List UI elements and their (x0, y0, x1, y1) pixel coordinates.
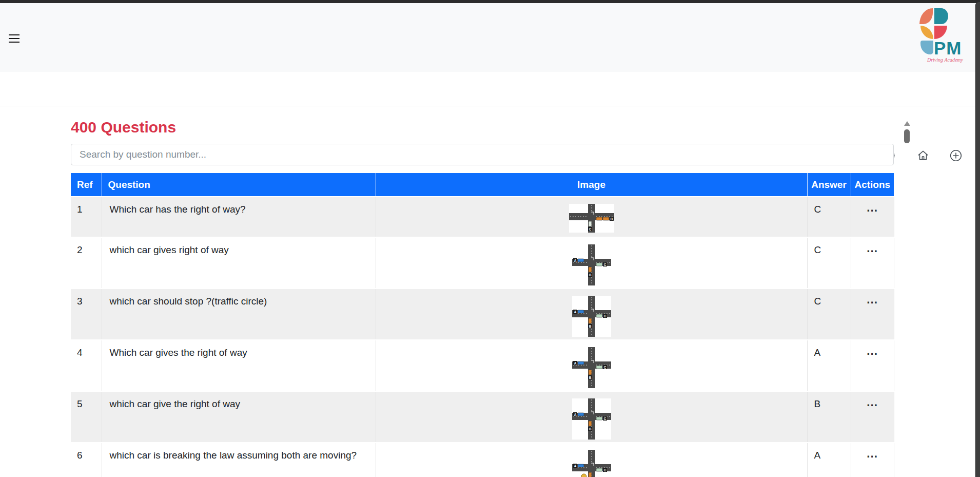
column-header-ref: Ref (71, 173, 102, 197)
question-image[interactable]: BC (569, 204, 614, 235)
question-cell: Which car has the right of way? (102, 197, 376, 237)
answer-cell: A (807, 340, 851, 391)
svg-text:B: B (589, 325, 591, 328)
answer-cell: C (807, 197, 851, 237)
question-cell: which car should stop ?(traffic circle) (102, 289, 376, 340)
question-image[interactable]: ACB (572, 450, 611, 477)
logo-petal-yellow (920, 26, 933, 39)
svg-text:C: C (603, 263, 606, 266)
answer-cell: A (807, 443, 851, 477)
actions-cell: ⋯ (851, 197, 894, 237)
table-row: 6which car is breaking the law assuming … (71, 443, 894, 477)
svg-text:B: B (610, 217, 613, 221)
svg-text:C: C (603, 417, 606, 421)
hamburger-menu-icon[interactable] (9, 34, 20, 44)
svg-text:C: C (603, 468, 606, 472)
add-icon[interactable] (949, 149, 963, 162)
actions-cell: ⋯ (851, 443, 894, 477)
svg-text:C: C (603, 314, 606, 318)
column-header-answer: Answer (807, 173, 851, 197)
svg-text:C: C (589, 227, 591, 231)
column-header-image: Image (376, 173, 807, 197)
svg-text:B: B (589, 427, 591, 431)
search-input[interactable] (71, 144, 894, 165)
question-cell: which car gives right of way (102, 237, 376, 289)
more-actions-button[interactable]: ⋯ (867, 347, 878, 360)
svg-text:A: A (574, 361, 576, 365)
table-row: 3which car should stop ?(traffic circle)… (71, 289, 894, 340)
logo-petal-orange (919, 8, 933, 24)
svg-text:A: A (574, 259, 576, 262)
page-title: 400 Questions (71, 119, 176, 136)
app-logo: PM Driving Academy (918, 8, 972, 69)
logo-tagline: Driving Academy (918, 57, 972, 63)
table-row: 4Which car gives the right of wayACBA⋯ (71, 340, 894, 391)
question-image[interactable]: ACB (572, 296, 611, 339)
svg-text:A: A (574, 413, 576, 416)
image-cell: ACB (376, 237, 807, 289)
svg-text:B: B (589, 273, 591, 277)
image-cell: ACB (376, 289, 807, 340)
logo-petal-teal (934, 8, 948, 24)
table-row: 5which car give the right of wayACBB⋯ (71, 391, 894, 443)
table-header: Ref Question Image Answer Actions (71, 173, 894, 197)
window-scrollbar[interactable] (975, 2, 980, 477)
svg-text:B: B (589, 376, 591, 379)
ref-cell: 3 (71, 289, 102, 340)
answer-cell: B (807, 391, 851, 443)
ref-cell: 6 (71, 443, 102, 477)
more-actions-button[interactable]: ⋯ (867, 244, 878, 258)
ref-cell: 4 (71, 340, 102, 391)
logo-petal-red (934, 26, 947, 39)
table-body: 1Which car has the right of way?BCC⋯2whi… (71, 197, 894, 477)
question-cell: which car is breaking the law assuming b… (102, 443, 376, 477)
app-header: PM Driving Academy (0, 3, 980, 72)
actions-cell: ⋯ (851, 340, 894, 391)
ref-cell: 1 (71, 197, 102, 237)
more-actions-button[interactable]: ⋯ (867, 204, 878, 217)
more-actions-button[interactable]: ⋯ (867, 450, 878, 463)
column-header-actions: Actions (851, 173, 894, 197)
question-cell: which car give the right of way (102, 391, 376, 443)
answer-cell: C (807, 289, 851, 340)
table-row: 1Which car has the right of way?BCC⋯ (71, 197, 894, 237)
toolbar (0, 72, 980, 106)
actions-cell: ⋯ (851, 289, 894, 340)
ref-cell: 2 (71, 237, 102, 289)
scrollbar-up-arrow[interactable] (904, 121, 910, 126)
image-cell: ACB (376, 391, 807, 443)
logo-monogram: PM (934, 38, 962, 59)
column-header-question: Question (102, 173, 376, 197)
answer-cell: C (807, 237, 851, 289)
window-top-strip (0, 0, 980, 3)
table-row: 2which car gives right of wayACBC⋯ (71, 237, 894, 289)
actions-cell: ⋯ (851, 237, 894, 289)
actions-cell: ⋯ (851, 391, 894, 443)
question-cell: Which car gives the right of way (102, 340, 376, 391)
home-icon[interactable] (916, 149, 930, 162)
image-cell: BC (376, 197, 807, 237)
ref-cell: 5 (71, 391, 102, 443)
svg-text:A: A (574, 310, 576, 314)
more-actions-button[interactable]: ⋯ (867, 296, 878, 309)
questions-table: Ref Question Image Answer Actions 1Which… (71, 173, 894, 477)
logo-petal-blue (920, 41, 933, 54)
question-image[interactable]: ACB (572, 244, 611, 288)
question-image[interactable]: ACB (572, 398, 611, 442)
svg-text:C: C (603, 366, 606, 369)
scrollbar-thumb[interactable] (904, 129, 910, 143)
svg-text:A: A (574, 464, 576, 468)
image-cell: ACB (376, 443, 807, 477)
question-image[interactable]: ACB (572, 347, 611, 391)
image-cell: ACB (376, 340, 807, 391)
table-header-row: Ref Question Image Answer Actions (71, 173, 894, 197)
more-actions-button[interactable]: ⋯ (867, 398, 878, 412)
